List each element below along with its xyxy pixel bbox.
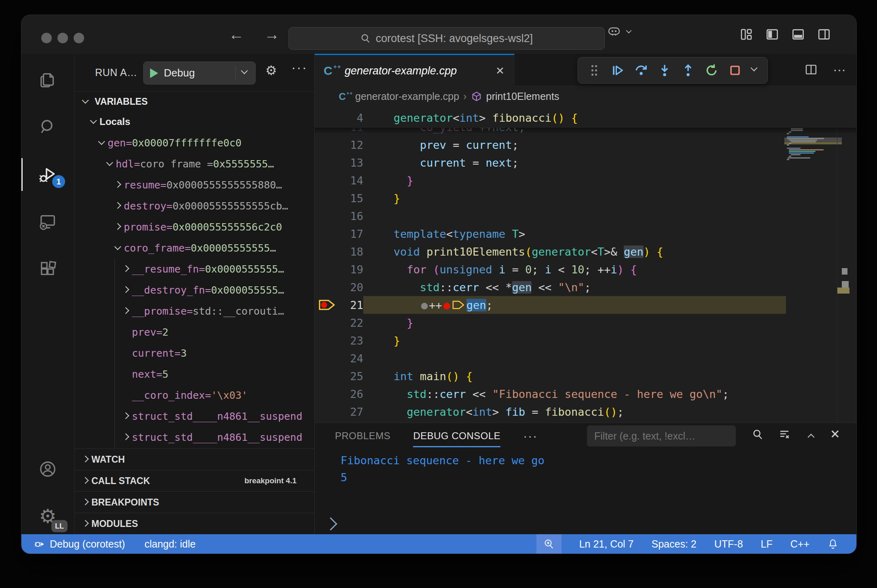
variable-row[interactable]: hdl = coro frame = 0x5555555…	[74, 153, 314, 174]
sidebar-item-remote-explorer[interactable]	[21, 198, 74, 245]
status-indentation[interactable]: Spaces: 2	[652, 538, 697, 550]
stop-button[interactable]	[726, 61, 744, 79]
code-line-23[interactable]: 23}	[315, 332, 856, 349]
close-panel-icon[interactable]: ✕	[830, 427, 840, 441]
variable-row[interactable]: __promise = std::__corouti…	[74, 300, 314, 321]
code-line-26[interactable]: 26 std::cerr << "Fibonacci sequence - he…	[315, 385, 856, 403]
variable-row[interactable]: __destroy_fn = 0x000055555…	[74, 279, 314, 300]
variable-row[interactable]: gen = 0x00007fffffffe0c0	[74, 132, 314, 153]
variables-section-header[interactable]: VARIABLES	[74, 91, 314, 112]
code-line-20[interactable]: 20 std::cerr << *gen << "\n";	[315, 278, 856, 296]
tab-problems[interactable]: PROBLEMS	[335, 423, 390, 449]
sidebar-item-search[interactable]	[21, 103, 74, 150]
tab-generator-example[interactable]: C++ generator-example.cpp ✕	[315, 54, 515, 87]
toggle-panel-icon[interactable]	[792, 28, 805, 41]
step-into-button[interactable]	[656, 61, 674, 79]
sticky-scroll-line[interactable]: 4 generator<int> fibonacci() {	[315, 108, 856, 128]
console-prompt-icon[interactable]	[324, 517, 337, 531]
sidebar-item-extensions[interactable]	[21, 246, 74, 293]
code-line-24[interactable]: 24	[315, 349, 856, 367]
code-line-21[interactable]: 21 ●++●gen;	[315, 296, 856, 314]
close-tab-icon[interactable]: ✕	[496, 65, 504, 77]
code-line-13[interactable]: 13 current = next;	[315, 154, 856, 171]
code-line-12[interactable]: 12 prev = current;	[315, 136, 856, 154]
status-debug-target[interactable]: Debug (corotest)	[34, 538, 125, 550]
tab-debug-console[interactable]: DEBUG CONSOLE	[413, 423, 500, 449]
notifications-bell-icon[interactable]	[827, 538, 839, 550]
code-line-15[interactable]: 15}	[315, 189, 856, 207]
toolbar-chevron-icon[interactable]	[750, 64, 760, 74]
split-editor-icon[interactable]	[805, 63, 818, 76]
variable-row[interactable]: prev = 2	[74, 321, 314, 343]
step-over-button[interactable]	[632, 61, 650, 79]
sidebar-item-run-debug[interactable]: 1	[21, 151, 74, 198]
back-button[interactable]: ←	[229, 25, 244, 43]
code-line-19[interactable]: 19 for (unsigned i = 0; i < 10; ++i) {	[315, 260, 856, 278]
console-line[interactable]: Fibonacci sequence - here we go	[341, 452, 544, 469]
panel-more-icon[interactable]: ···	[523, 429, 538, 443]
editor-more-icon[interactable]: ···	[833, 62, 846, 77]
filter-input[interactable]	[593, 430, 724, 442]
copilot-menu[interactable]	[607, 25, 635, 38]
section-call-stack[interactable]: CALL STACKbreakpoint 4.1	[74, 470, 314, 491]
toggle-primary-sidebar-icon[interactable]	[766, 28, 779, 41]
account-button[interactable]	[21, 457, 74, 481]
status-cursor-position[interactable]: Ln 21, Col 7	[579, 538, 634, 550]
continue-button[interactable]	[609, 61, 627, 79]
section-breakpoints[interactable]: BREAKPOINTS	[74, 491, 314, 513]
breadcrumb-symbol[interactable]: print10Elements	[486, 91, 559, 102]
variable-row[interactable]: __resume_fn = 0x0000555555…	[74, 258, 314, 279]
screencast-zoom-button[interactable]	[536, 534, 561, 554]
debug-console-output[interactable]: Fibonacci sequence - here we go5	[341, 452, 544, 486]
traffic-minimize-button[interactable]	[57, 33, 68, 43]
start-debug-icon[interactable]	[150, 68, 158, 78]
code-line-14[interactable]: 14 }	[315, 171, 856, 189]
launch-config-dropdown[interactable]: Debug	[143, 61, 256, 85]
step-out-button[interactable]	[679, 61, 697, 79]
code-line-27[interactable]: 27 generator<int> fib = fibonacci();	[315, 403, 856, 421]
code-line-22[interactable]: 22 }	[315, 314, 856, 332]
command-center-search[interactable]: corotest [SSH: avogelsges-wsl2]	[288, 27, 605, 50]
console-filter[interactable]	[587, 425, 736, 446]
variable-row[interactable]: struct_std____n4861__suspend	[74, 406, 314, 427]
variable-row[interactable]: next = 5	[74, 364, 314, 385]
traffic-zoom-button[interactable]	[74, 33, 84, 43]
variable-row[interactable]: __coro_index = '\x03'	[74, 385, 314, 406]
variable-row[interactable]: struct_std____n4861__suspend	[74, 427, 314, 448]
status-encoding[interactable]: UTF-8	[714, 538, 743, 550]
variable-row[interactable]: coro_frame = 0x00005555555…	[74, 237, 314, 258]
settings-button[interactable]: ⚙ LL	[21, 503, 74, 530]
status-language[interactable]: C++	[790, 538, 809, 550]
console-line[interactable]: 5	[341, 469, 544, 486]
traffic-close-button[interactable]	[41, 33, 52, 43]
debug-settings-gear-icon[interactable]: ⚙	[265, 63, 277, 78]
restart-button[interactable]	[703, 61, 720, 79]
code-line-16[interactable]: 16	[315, 207, 856, 225]
breadcrumb-file[interactable]: generator-example.cpp	[355, 91, 459, 102]
maximize-panel-icon[interactable]	[805, 431, 816, 441]
toolbar-drag-handle[interactable]	[585, 61, 603, 79]
status-clangd[interactable]: clangd: idle	[144, 538, 195, 550]
code-line-17[interactable]: 17template<typename T>	[315, 225, 856, 243]
variable-row[interactable]: current = 3	[74, 343, 314, 364]
code-line-25[interactable]: 25int main() {	[315, 367, 856, 385]
sidebar-more-icon[interactable]: ···	[291, 59, 307, 75]
tree-scope-row[interactable]: Locals	[74, 111, 314, 132]
variable-row[interactable]: resume = 0x0000555555555880…	[74, 174, 314, 195]
find-icon[interactable]	[752, 428, 764, 440]
sidebar-item-explorer[interactable]	[21, 56, 74, 104]
variable-row[interactable]: destroy = 0x00005555555555cb…	[74, 195, 314, 216]
breakpoint-with-arrow-icon[interactable]	[318, 299, 336, 311]
section-label: MODULES	[91, 518, 138, 529]
variable-row[interactable]: promise = 0x000055555556c2c0	[74, 216, 314, 237]
forward-button[interactable]: →	[264, 25, 280, 43]
status-eol[interactable]: LF	[761, 538, 773, 550]
toggle-secondary-sidebar-icon[interactable]	[818, 28, 830, 41]
code-line-18[interactable]: 18void print10Elements(generator<T>& gen…	[315, 243, 856, 260]
section-modules[interactable]: MODULES	[74, 513, 314, 534]
customize-layout-icon[interactable]	[740, 28, 753, 41]
section-watch[interactable]: WATCH	[74, 448, 314, 470]
clear-console-icon[interactable]	[778, 428, 790, 440]
overview-ruler[interactable]	[837, 110, 856, 423]
code-editor[interactable]: 11 co_yield ++next;12 prev = current;13 …	[315, 128, 856, 423]
